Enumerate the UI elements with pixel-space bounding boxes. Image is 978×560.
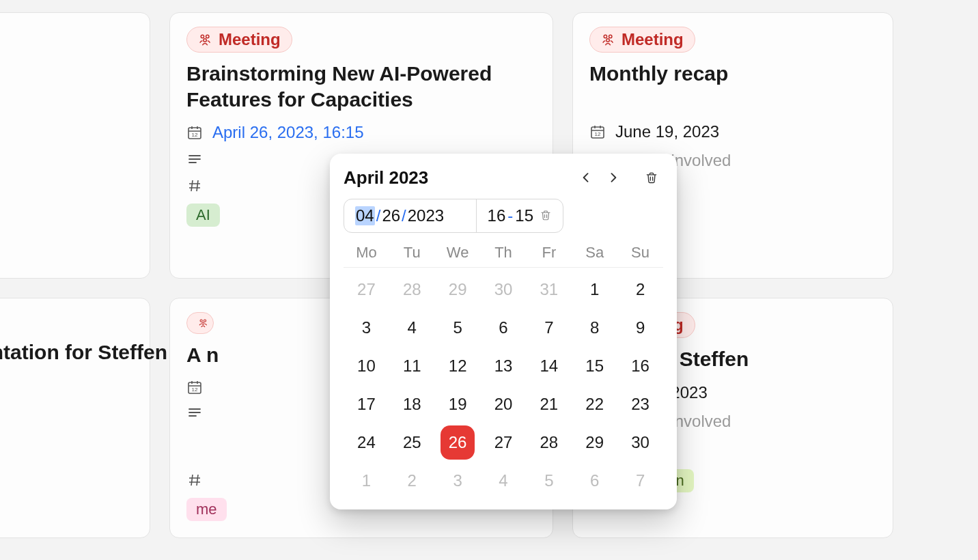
lines-icon — [186, 405, 203, 421]
delete-date-button[interactable] — [640, 166, 663, 189]
meeting-badge[interactable] — [186, 312, 214, 334]
minute-segment[interactable]: 15 — [515, 206, 533, 225]
calendar-day[interactable]: 5 — [435, 309, 481, 347]
hour-segment[interactable]: 16 — [488, 206, 506, 225]
lines-icon — [186, 152, 203, 168]
trash-icon — [540, 209, 552, 221]
month-label: April 2023 — [344, 167, 570, 188]
calendar-day[interactable]: 19 — [435, 385, 481, 423]
date-row[interactable]: April 26, 2023, 16:15 — [186, 123, 536, 142]
calendar-day[interactable]: 9 — [617, 309, 663, 347]
meeting-card[interactable]: ting 023 nvolved — [0, 12, 150, 279]
datetime-inputs: 04/26/2023 16-15 — [344, 199, 563, 233]
trash-icon — [645, 171, 658, 184]
calendar-day[interactable]: 2 — [389, 462, 435, 500]
calendar-day[interactable]: 18 — [389, 385, 435, 423]
date-picker-popover[interactable]: April 2023 04/26/2023 16-15 MoTuWeThFrSa… — [330, 154, 677, 509]
calendar-day[interactable]: 10 — [344, 347, 389, 385]
calendar-day[interactable]: 30 — [617, 423, 663, 462]
calendar-day[interactable]: 7 — [526, 309, 572, 347]
chevron-left-icon — [579, 171, 593, 184]
date-row: 023 — [0, 376, 133, 395]
people-icon — [198, 316, 209, 331]
calendar-day[interactable]: 27 — [481, 423, 527, 462]
weekday-label: Fr — [526, 244, 572, 262]
date-value: April 26, 2023, 16:15 — [212, 123, 364, 142]
weekday-label: Sa — [572, 244, 617, 262]
calendar-day[interactable]: 25 — [389, 423, 435, 462]
calendar-icon — [589, 124, 606, 140]
calendar-day[interactable]: 29 — [572, 423, 617, 462]
next-month-button[interactable] — [602, 166, 625, 189]
card-title: Brainstorming New AI-Powered Features fo… — [186, 61, 536, 112]
card-title: ting — [0, 54, 133, 80]
calendar-day[interactable]: 11 — [389, 347, 435, 385]
calendar-day[interactable]: 28 — [526, 423, 572, 462]
date-input[interactable]: 04/26/2023 — [344, 199, 477, 232]
calendar-day[interactable]: 2 — [617, 270, 663, 309]
calendar-day[interactable]: 3 — [435, 462, 481, 500]
calendar-day[interactable]: 20 — [481, 385, 527, 423]
time-input[interactable]: 16-15 — [477, 199, 563, 232]
calendar-day[interactable]: 26 — [435, 423, 481, 462]
calendar-day[interactable]: 12 — [435, 347, 481, 385]
calendar-day[interactable]: 1 — [344, 462, 389, 500]
calendar-day[interactable]: 23 — [617, 385, 663, 423]
badge-label: Meeting — [219, 30, 281, 49]
calendar-icon — [186, 124, 203, 141]
calendar-day[interactable]: 28 — [389, 270, 435, 309]
prev-month-button[interactable] — [574, 166, 598, 189]
calendar-day[interactable]: 15 — [572, 347, 617, 385]
calendar-day[interactable]: 7 — [617, 462, 663, 500]
calendar-day[interactable]: 30 — [481, 270, 527, 309]
hash-icon — [186, 178, 203, 194]
people-row: Bleher — [0, 405, 133, 424]
calendar-day[interactable]: 21 — [526, 385, 572, 423]
weekday-label: Mo — [344, 244, 389, 262]
day-segment[interactable]: 26 — [382, 206, 400, 225]
calendar-day[interactable]: 13 — [481, 347, 527, 385]
people-icon — [601, 32, 616, 47]
calendar-day[interactable]: 16 — [617, 347, 663, 385]
calendar-day[interactable]: 4 — [481, 462, 527, 500]
calendar-icon — [186, 379, 203, 395]
calendar-day[interactable]: 6 — [572, 462, 617, 500]
calendar-day[interactable]: 5 — [526, 462, 572, 500]
calendar-day[interactable]: 24 — [344, 423, 389, 462]
calendar-day[interactable]: 14 — [526, 347, 572, 385]
clear-time-button[interactable] — [540, 206, 552, 225]
meeting-badge[interactable]: Meeting — [186, 27, 292, 53]
calendar-day[interactable]: 29 — [435, 270, 481, 309]
weekday-label: Th — [481, 244, 527, 262]
hash-icon — [186, 472, 203, 488]
badge-label: Meeting — [621, 30, 684, 49]
card-title: tem presentation for Steffen — [0, 339, 133, 365]
calendar-day[interactable]: 3 — [344, 309, 389, 347]
date-row[interactable]: June 19, 2023 — [589, 122, 876, 141]
meeting-card[interactable]: tem presentation for Steffen 023 Bleher … — [0, 298, 150, 538]
card-title: Monthly recap — [589, 61, 876, 87]
month-segment[interactable]: 04 — [355, 206, 375, 225]
calendar-day[interactable]: 31 — [526, 270, 572, 309]
weekday-label: Su — [617, 244, 663, 262]
date-value: June 19, 2023 — [615, 122, 719, 141]
calendar-day[interactable]: 22 — [572, 385, 617, 423]
year-segment[interactable]: 2023 — [408, 206, 444, 225]
chevron-right-icon — [606, 171, 620, 184]
calendar-day[interactable]: 17 — [344, 385, 389, 423]
tag[interactable]: me — [186, 498, 227, 521]
tag-ai[interactable]: AI — [186, 204, 220, 227]
calendar-day[interactable]: 1 — [572, 270, 617, 309]
calendar-grid: MoTuWeThFrSaSu 2728293031123456789101112… — [344, 244, 663, 500]
weekday-label: Tu — [389, 244, 435, 262]
meeting-badge[interactable]: Meeting — [589, 27, 695, 53]
calendar-day[interactable]: 27 — [344, 270, 389, 309]
people-icon — [198, 32, 213, 47]
calendar-day[interactable]: 4 — [389, 309, 435, 347]
date-row: 023 — [0, 91, 133, 110]
people-row: nvolved — [0, 120, 133, 139]
calendar-day[interactable]: 8 — [572, 309, 617, 347]
calendar-day[interactable]: 6 — [481, 309, 527, 347]
tag-row: n — [0, 465, 133, 488]
weekday-label: We — [435, 244, 481, 262]
